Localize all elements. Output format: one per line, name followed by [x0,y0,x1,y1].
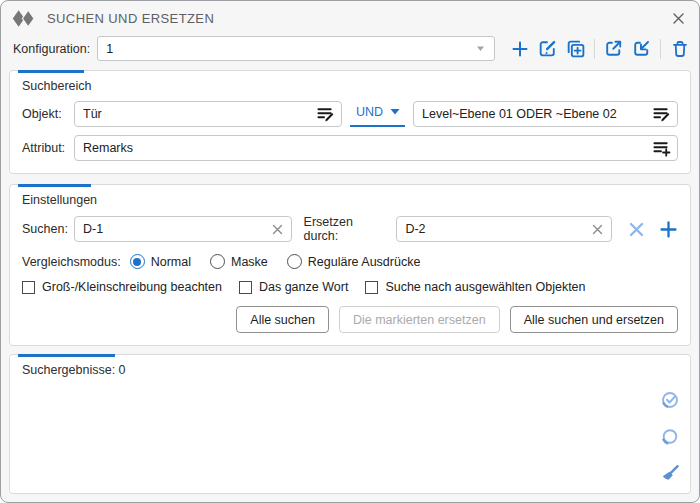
circle-selection-icon[interactable] [659,426,681,448]
configuration-toolbar [508,37,691,60]
chevron-down-icon [390,108,400,116]
ersetzen-input[interactable] [405,222,586,236]
action-buttons-row: Alle suchen Die markierten ersetzen Alle… [22,306,678,333]
ebenen-filter-input[interactable] [422,107,648,121]
vergleichsmodus-label: Vergleichsmodus: [22,255,121,269]
suchbereich-group: Suchbereich Objekt: UND [9,70,691,174]
results-actions [659,389,681,485]
attribut-row: Attribut: [22,135,678,161]
ebenen-filter-input-box [413,101,678,127]
checkbox-gross-kleinschreibung[interactable]: Groß-/Kleinschreibung beachten [22,280,222,294]
export-configuration-icon[interactable] [602,37,625,60]
suchergebnisse-group: Suchergebnisse: 0 [9,354,691,494]
add-criteria-icon[interactable] [659,220,678,239]
ersetzen-label: Ersetzen durch: [304,215,389,243]
checkbox-ausgewaehlte-objekte[interactable]: Suche nach ausgewählten Objekten [365,280,585,294]
checkbox-unchecked-icon [239,281,252,294]
suchbereich-title: Suchbereich [22,79,678,93]
attribut-label: Attribut: [22,141,74,155]
toolbar-divider [594,39,595,59]
duplicate-configuration-icon[interactable] [564,37,587,60]
alle-suchen-und-ersetzen-button[interactable]: Alle suchen und ersetzen [510,306,678,333]
objekt-label: Objekt: [22,107,74,121]
konfiguration-value: 1 [106,42,113,56]
edit-configuration-icon[interactable] [536,37,559,60]
konfiguration-select[interactable]: 1 [97,36,495,61]
list-add-icon[interactable] [652,139,671,158]
import-configuration-icon[interactable] [630,37,653,60]
operator-dropdown[interactable]: UND [350,102,405,127]
konfiguration-label: Konfiguration: [13,42,90,56]
alle-suchen-button[interactable]: Alle suchen [236,306,329,333]
ersetzen-input-box [396,216,612,242]
einstellungen-group: Einstellungen Suchen: Ersetzen durch: [9,184,691,346]
search-replace-row: Suchen: Ersetzen durch: [22,215,678,243]
suchergebnisse-count: 0 [119,363,126,377]
radio-normal[interactable]: Normal [130,254,191,269]
checkbox-unchecked-icon [365,281,378,294]
remove-criteria-icon[interactable] [627,220,646,239]
clear-input-icon[interactable] [590,222,605,237]
toolbar-divider [660,39,661,59]
radio-unselected-icon [210,254,225,269]
close-icon[interactable] [672,12,685,25]
objekt-row: Objekt: UND [22,101,678,127]
clear-broom-icon[interactable] [659,463,681,485]
suchen-input[interactable] [83,222,266,236]
radio-selected-icon [130,254,145,269]
suchen-label: Suchen: [22,222,74,236]
dialog-title: SUCHEN UND ERSETZEN [47,11,214,26]
select-results-check-icon[interactable] [659,389,681,411]
add-configuration-icon[interactable] [508,37,531,60]
list-edit-icon[interactable] [652,105,671,124]
die-markierten-ersetzen-button: Die markierten ersetzen [339,306,500,333]
search-replace-dialog: SUCHEN UND ERSETZEN Konfiguration: 1 [0,0,700,503]
operator-value: UND [356,105,383,119]
vergleichsmodus-row: Vergleichsmodus: Normal Maske Reguläre A… [22,254,678,269]
suchen-input-box [74,216,292,242]
trash-icon[interactable] [668,37,691,60]
options-row: Groß-/Kleinschreibung beachten Das ganze… [22,280,678,294]
checkbox-das-ganze-wort[interactable]: Das ganze Wort [239,280,348,294]
chevron-down-icon [475,43,486,54]
clear-input-icon[interactable] [270,222,285,237]
titlebar: SUCHEN UND ERSETZEN [1,1,699,33]
einstellungen-title: Einstellungen [22,193,678,207]
radio-maske[interactable]: Maske [210,254,268,269]
attribut-input[interactable] [83,141,648,155]
radio-regulaere-ausdruecke[interactable]: Reguläre Ausdrücke [287,254,421,269]
radio-unselected-icon [287,254,302,269]
list-edit-icon[interactable] [316,105,335,124]
attribut-input-box [74,135,678,161]
suchergebnisse-label: Suchergebnisse: [22,363,115,377]
checkbox-unchecked-icon [22,281,35,294]
configuration-row: Konfiguration: 1 [1,33,699,68]
objekt-input-box [74,101,342,127]
suchergebnisse-title: Suchergebnisse: 0 [22,363,678,377]
objekt-input[interactable] [83,107,312,121]
app-logo-icon [11,9,38,28]
